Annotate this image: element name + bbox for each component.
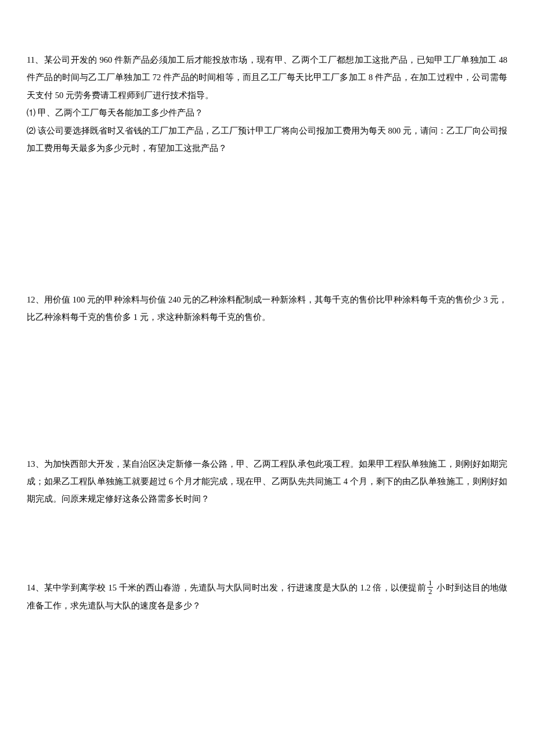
spacer: [27, 508, 507, 579]
problem-13: 13、为加快西部大开发，某自治区决定新修一条公路，甲、乙两工程队承包此项工程。如…: [27, 455, 507, 508]
problem-11-q1: ⑴ 甲、乙两个工厂每天各能加工多少件产品？: [27, 104, 507, 121]
fraction-numerator: 1: [427, 579, 434, 588]
problem-11-body: 11、某公司开发的 960 件新产品必须加工后才能投放市场，现有甲、乙两个工厂都…: [27, 51, 507, 104]
problem-12-body: 12、用价值 100 元的甲种涂料与价值 240 元的乙种涂料配制成一种新涂料，…: [27, 291, 507, 326]
fraction-one-half: 12: [427, 579, 434, 595]
fraction-denominator: 2: [427, 588, 434, 596]
spacer: [27, 326, 507, 455]
spacer: [27, 157, 507, 291]
problem-14: 14、某中学到离学校 15 千米的西山春游，先遣队与大队同时出发，行进速度是大队…: [27, 579, 507, 614]
problem-12: 12、用价值 100 元的甲种涂料与价值 240 元的乙种涂料配制成一种新涂料，…: [27, 291, 507, 326]
problem-14-part1: 14、某中学到离学校 15 千米的西山春游，先遣队与大队同时出发，行进速度是大队…: [27, 583, 426, 592]
problem-13-body: 13、为加快西部大开发，某自治区决定新修一条公路，甲、乙两工程队承包此项工程。如…: [27, 455, 507, 508]
problem-11-q2: ⑵ 该公司要选择既省时又省钱的工厂加工产品，乙工厂预计甲工厂将向公司报加工费用为…: [27, 122, 507, 157]
document-page: 11、某公司开发的 960 件新产品必须加工后才能投放市场，现有甲、乙两个工厂都…: [0, 0, 534, 649]
problem-11: 11、某公司开发的 960 件新产品必须加工后才能投放市场，现有甲、乙两个工厂都…: [27, 51, 507, 157]
